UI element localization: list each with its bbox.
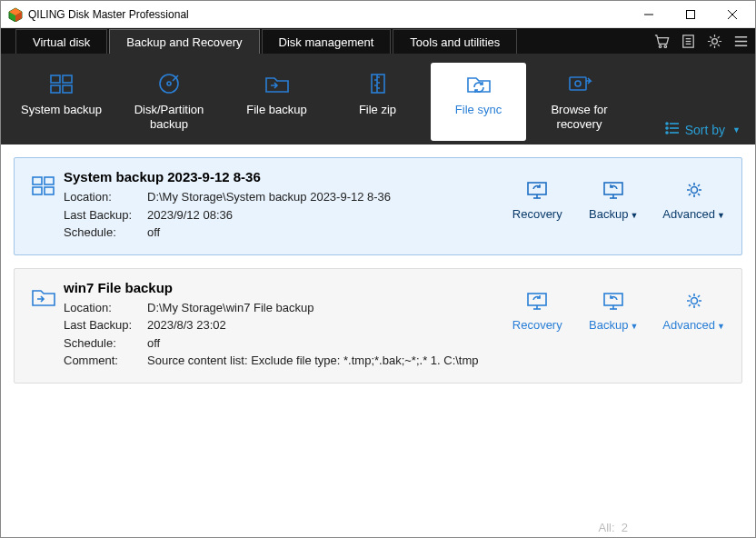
advanced-button[interactable]: Advanced▼ <box>662 289 725 332</box>
task-card[interactable]: System backup 2023-9-12 8-36 Location:D:… <box>14 157 742 255</box>
task-card[interactable]: win7 File backup Location:D:\My Storage\… <box>14 268 742 384</box>
svg-rect-19 <box>51 85 60 93</box>
toolbar-label: Browse for recovery <box>532 103 627 133</box>
field-label: Comment: <box>64 352 147 370</box>
toolbar-label: File backup <box>246 103 306 117</box>
action-label: Recovery <box>512 318 562 332</box>
action-label: Backup <box>589 207 628 221</box>
file-zip-button[interactable]: File zip <box>330 63 425 141</box>
svg-rect-4 <box>687 10 695 18</box>
system-backup-button[interactable]: System backup <box>14 63 109 141</box>
nav-utility-icons <box>653 28 755 54</box>
settings-icon[interactable] <box>706 33 723 50</box>
monitor-backup-icon <box>602 178 624 202</box>
sort-by-label: Sort by <box>685 123 725 137</box>
recovery-button[interactable]: Recovery <box>510 178 564 221</box>
recovery-button[interactable]: Recovery <box>510 289 564 332</box>
close-button[interactable] <box>711 1 753 28</box>
system-backup-icon <box>31 169 64 242</box>
location-value: D:\My Storage\System backup 2023-9-12 8-… <box>147 188 391 206</box>
task-title: win7 File backup <box>64 280 510 295</box>
gear-icon <box>683 178 705 202</box>
tab-tools-utilities[interactable]: Tools and utilities <box>393 29 517 55</box>
svg-point-8 <box>664 45 666 46</box>
app-logo-icon <box>8 7 23 22</box>
advanced-button[interactable]: Advanced▼ <box>662 178 725 221</box>
gear-icon <box>683 289 705 313</box>
browse-recovery-button[interactable]: Browse for recovery <box>532 63 627 141</box>
svg-point-7 <box>659 45 661 46</box>
action-label: Recovery <box>512 207 562 221</box>
comment-value: Source content list: Exclude file type: … <box>147 352 479 370</box>
menu-icon[interactable] <box>732 33 750 50</box>
chevron-down-icon: ▼ <box>717 211 725 220</box>
folder-sync-icon <box>465 70 492 97</box>
backup-button[interactable]: Backup▼ <box>586 289 641 332</box>
maximize-button[interactable] <box>670 1 711 28</box>
file-sync-button[interactable]: File sync <box>431 63 526 141</box>
chevron-down-icon: ▼ <box>630 322 638 331</box>
last-backup-value: 2023/8/3 23:02 <box>147 316 226 334</box>
toolbar-label: Disk/Partition backup <box>114 103 224 133</box>
folder-arrow-icon <box>264 70 291 97</box>
svg-rect-46 <box>604 294 622 305</box>
field-label: Location: <box>64 299 147 317</box>
chevron-down-icon: ▼ <box>717 322 725 331</box>
toolbar-label: File zip <box>359 103 396 117</box>
window-title: QILING Disk Master Professional <box>28 8 628 21</box>
schedule-value: off <box>147 224 160 242</box>
svg-rect-39 <box>604 183 622 194</box>
svg-rect-33 <box>45 177 54 184</box>
svg-point-28 <box>666 127 668 129</box>
status-all-label: All: <box>598 521 614 534</box>
field-label: Schedule: <box>64 334 147 353</box>
field-label: Last Backup: <box>64 206 147 224</box>
schedule-value: off <box>147 334 160 353</box>
action-label: Advanced <box>662 318 715 332</box>
svg-point-13 <box>712 38 718 44</box>
list-icon <box>665 122 680 137</box>
backup-button[interactable]: Backup▼ <box>586 178 641 221</box>
tab-virtual-disk[interactable]: Virtual disk <box>15 29 107 55</box>
monitor-restore-icon <box>526 178 548 202</box>
tab-disk-management[interactable]: Disk management <box>262 29 392 55</box>
log-icon[interactable] <box>680 33 697 50</box>
monitor-backup-icon <box>602 289 624 313</box>
monitor-restore-icon <box>526 289 548 313</box>
svg-rect-20 <box>63 85 72 93</box>
tab-backup-recovery[interactable]: Backup and Recovery <box>109 29 259 55</box>
svg-rect-24 <box>570 77 586 90</box>
status-count: 2 <box>622 521 628 534</box>
field-label: Last Backup: <box>64 316 147 334</box>
svg-rect-36 <box>528 183 546 194</box>
svg-point-25 <box>575 81 581 86</box>
svg-rect-17 <box>51 75 60 83</box>
field-label: Schedule: <box>64 224 147 242</box>
action-label: Advanced <box>662 207 715 221</box>
svg-rect-43 <box>528 294 546 305</box>
windows-grid-icon <box>48 70 75 97</box>
minimize-button[interactable] <box>628 1 670 28</box>
browse-recovery-icon <box>566 70 593 97</box>
sort-by-dropdown[interactable]: Sort by ▼ <box>665 122 741 137</box>
chevron-down-icon: ▼ <box>732 125 741 134</box>
toolbar: System backup Disk/Partition backup File… <box>1 54 755 144</box>
titlebar: QILING Disk Master Professional <box>1 1 755 28</box>
svg-point-26 <box>666 123 668 125</box>
svg-rect-34 <box>33 187 42 194</box>
svg-rect-32 <box>33 177 42 184</box>
disk-icon <box>155 70 183 97</box>
last-backup-value: 2023/9/12 08:36 <box>147 206 233 224</box>
toolbar-label: System backup <box>21 103 102 117</box>
file-backup-button[interactable]: File backup <box>229 63 324 141</box>
main-nav: Virtual disk Backup and Recovery Disk ma… <box>1 28 755 54</box>
disk-partition-backup-button[interactable]: Disk/Partition backup <box>114 63 224 141</box>
svg-rect-35 <box>45 187 54 194</box>
zip-icon <box>364 70 392 97</box>
task-list: System backup 2023-9-12 8-36 Location:D:… <box>1 144 755 517</box>
cart-icon[interactable] <box>653 33 671 50</box>
svg-point-42 <box>691 187 697 194</box>
field-label: Location: <box>64 188 147 206</box>
location-value: D:\My Storage\win7 File backup <box>147 299 314 317</box>
svg-rect-18 <box>63 75 72 83</box>
